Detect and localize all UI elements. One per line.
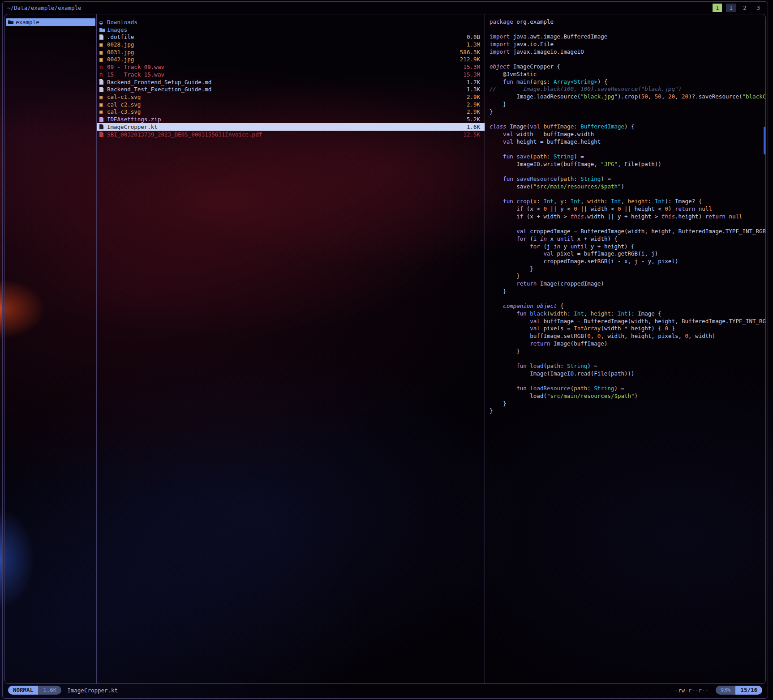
tab-bar: 1123 <box>713 4 763 12</box>
code-line: } <box>490 273 765 280</box>
status-bar: NORMAL 1.6K ImageCropper.kt -rw-r--r-- 9… <box>4 685 766 695</box>
code-line <box>490 56 765 64</box>
file-row[interactable]: Backend_Test_Execution_Guide.md1.3K <box>97 85 485 93</box>
code-line: for (i in x until x + width) { <box>490 235 765 243</box>
code-line: for (j in y until y + height) { <box>490 243 765 251</box>
tab-3[interactable]: 3 <box>753 4 763 12</box>
audio-icon: ∩ <box>99 64 107 70</box>
file-row[interactable]: ▣0042.jpg212.9K <box>97 56 485 64</box>
file-row[interactable]: Backend_Frontend_Setup_Guide.md1.7K <box>97 78 485 86</box>
code-line: if (x < 0 || y < 0 || width < 0 || heigh… <box>490 205 765 213</box>
code-line: } <box>490 288 765 295</box>
code-line: package org.example <box>490 18 765 26</box>
image-icon: ▣ <box>99 56 107 63</box>
code-line: Image(ImageIO.read(File(path))) <box>490 370 765 378</box>
file-name: 0031.jpg <box>107 49 456 55</box>
preview-scrollbar-thumb[interactable] <box>764 127 766 154</box>
code-line: croppedImage.setRGB(i - x, j - y, pixel) <box>490 258 765 265</box>
file-size: 2.9K <box>467 94 480 100</box>
markdown-icon <box>99 79 107 85</box>
markdown-icon <box>99 87 107 92</box>
code-line: import javax.imageio.ImageIO <box>490 48 765 56</box>
file-name: SBI_0032013739_2023_DE05_0003155631Invoi… <box>107 131 460 138</box>
file-name: IDEAsettings.zip <box>107 116 463 123</box>
code-line: } <box>490 348 765 355</box>
file-name: Downloads <box>107 19 477 26</box>
code-line: if (x + width > this.width || y + height… <box>490 213 765 221</box>
file-row[interactable]: ▣cal-c3.svg2.9K <box>97 108 485 116</box>
code-line <box>490 355 765 363</box>
code-line: object ImageCropper { <box>490 63 765 71</box>
file-size-indicator: 1.6K <box>38 686 61 695</box>
file-row[interactable]: IDEAsettings.zip5.2K <box>97 115 485 123</box>
status-right-group: -rw-r--r-- 93% 15/16 <box>674 686 762 695</box>
file-size: 15.3M <box>463 64 480 70</box>
file-size: 12.5K <box>463 131 480 138</box>
code-line: } <box>490 101 765 108</box>
file-name: Backend_Test_Execution_Guide.md <box>107 86 463 93</box>
file-name: cal-c2.svg <box>107 101 463 108</box>
file-row[interactable]: Images <box>97 26 485 34</box>
terminal-window: ~/Data/example/example 1123 example ◒Dow… <box>2 1 768 699</box>
directory-name: example <box>16 19 39 26</box>
file-row[interactable]: ▣0031.jpg586.3K <box>97 48 485 56</box>
yazi-main-area: example ◒DownloadsImages.dotfile0.0B▣002… <box>4 14 766 684</box>
image-icon: ▣ <box>99 94 107 100</box>
file-row[interactable]: .dotfile0.0B <box>97 33 485 41</box>
file-size: 2.9K <box>467 108 480 115</box>
code-line: fun saveResource(path: String) = <box>490 175 765 183</box>
file-size: 1.7K <box>467 79 480 85</box>
parent-item-example[interactable]: example <box>6 18 95 26</box>
code-line <box>490 295 765 303</box>
code-line: val pixel = buffImage.getRGB(i, j) <box>490 250 765 258</box>
file-size: 5.2K <box>467 116 480 123</box>
file-size: 1.6K <box>467 124 480 130</box>
kotlin-icon <box>99 124 107 129</box>
file-row[interactable]: ▣cal-c1.svg2.9K <box>97 93 485 101</box>
code-line <box>490 26 765 34</box>
tab-1[interactable]: 1 <box>726 4 736 12</box>
file-row[interactable]: ∩09 - Track 09.wav15.3M <box>97 63 485 71</box>
code-line <box>490 191 765 198</box>
file-icon <box>99 34 107 40</box>
code-line: ImageIO.write(buffImage, "JPG", File(pat… <box>490 161 765 168</box>
code-line: @JvmStatic <box>490 71 765 78</box>
file-name: cal-c1.svg <box>107 94 463 100</box>
code-line <box>490 115 765 123</box>
file-row[interactable]: ▣0028.jpg1.3M <box>97 41 485 48</box>
file-row[interactable]: ImageCropper.kt1.6K <box>97 123 485 131</box>
code-line: fun loadResource(path: String) = <box>490 385 765 393</box>
code-line <box>490 378 765 385</box>
file-name: 15 - Track 15.wav <box>107 71 460 78</box>
code-line: // Image.black(100, 100).saveResource("b… <box>490 85 765 93</box>
code-line: val width = buffImage.width <box>490 131 765 138</box>
file-row[interactable]: ◒Downloads <box>97 18 485 26</box>
code-line: save("src/main/resources/$path") <box>490 183 765 191</box>
code-line <box>490 145 765 153</box>
tasks-badge[interactable]: 1 <box>713 4 722 12</box>
tab-2[interactable]: 2 <box>740 4 750 12</box>
code-line: } <box>490 265 765 273</box>
code-line: fun save(path: String) = <box>490 153 765 161</box>
file-size: 212.9K <box>460 56 480 63</box>
code-line: return Image(croppedImage) <box>490 280 765 288</box>
file-row[interactable]: ▣cal-c2.svg2.9K <box>97 101 485 108</box>
file-size: 2.9K <box>467 101 480 108</box>
code-line: class Image(val buffImage: BufferedImage… <box>490 123 765 131</box>
file-list-pane: ◒DownloadsImages.dotfile0.0B▣0028.jpg1.3… <box>97 14 485 683</box>
pdf-icon <box>99 132 107 137</box>
file-name: 0042.jpg <box>107 56 456 63</box>
code-line: } <box>490 108 765 116</box>
file-row[interactable]: ∩15 - Track 15.wav15.3M <box>97 71 485 78</box>
mode-indicator: NORMAL <box>8 686 38 695</box>
zip-icon <box>99 117 107 122</box>
file-name: cal-c3.svg <box>107 108 463 115</box>
file-size: 1.3K <box>467 86 480 93</box>
image-icon: ▣ <box>99 41 107 48</box>
cursor-position: 15/16 <box>735 686 762 695</box>
file-row[interactable]: SBI_0032013739_2023_DE05_0003155631Invoi… <box>97 131 485 138</box>
code-line: companion object { <box>490 303 765 310</box>
file-name: .dotfile <box>107 34 463 40</box>
file-name: ImageCropper.kt <box>107 124 463 130</box>
code-line: buffImage.setRGB(0, 0, width, height, pi… <box>490 333 765 340</box>
